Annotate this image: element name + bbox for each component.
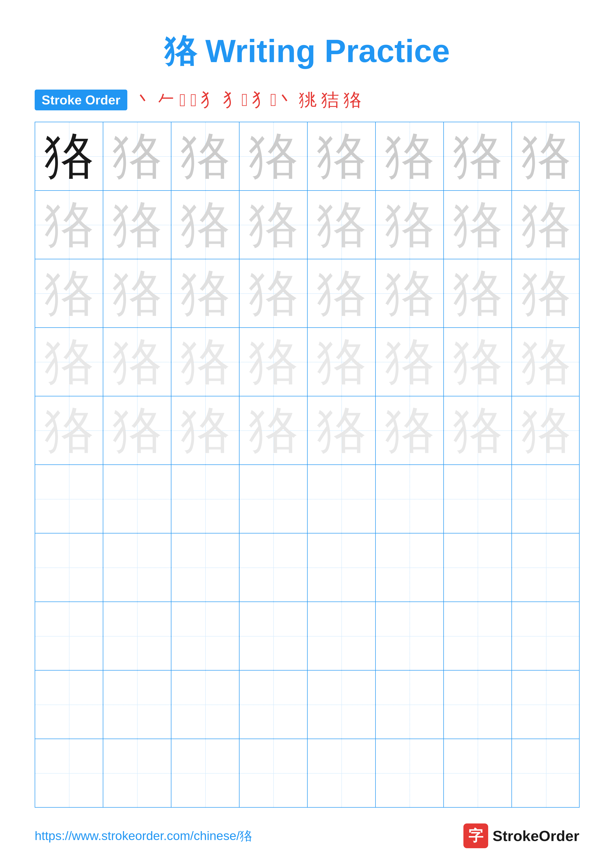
grid-cell-7-4[interactable] [239, 533, 308, 601]
grid-cell-9-4[interactable] [239, 671, 308, 739]
grid-cell-2-8[interactable]: 狢 [512, 191, 580, 259]
stroke-1: 丶 [135, 88, 152, 112]
stroke-order-badge: Stroke Order [35, 90, 127, 110]
grid-cell-2-1[interactable]: 狢 [35, 191, 103, 259]
grid-cell-9-6[interactable] [376, 671, 444, 739]
grid-cell-1-4[interactable]: 狢 [239, 122, 308, 190]
char-guide: 狢 [385, 132, 434, 181]
grid-cell-1-3[interactable]: 狢 [171, 122, 239, 190]
grid-cell-3-1[interactable]: 狢 [35, 259, 103, 327]
grid-cell-2-3[interactable]: 狢 [171, 191, 239, 259]
grid-cell-5-8[interactable]: 狢 [512, 397, 580, 465]
writing-grid: 狢 狢 狢 狢 狢 狢 狢 狢 狢 狢 狢 [35, 122, 580, 808]
grid-cell-4-4[interactable]: 狢 [239, 328, 308, 396]
grid-cell-6-5[interactable] [308, 465, 376, 533]
grid-cell-3-5[interactable]: 狢 [308, 259, 376, 327]
footer-logo-text: StrokeOrder [493, 828, 579, 845]
stroke-4: 𠂋 [190, 90, 197, 110]
grid-cell-6-6[interactable] [376, 465, 444, 533]
grid-cell-8-6[interactable] [376, 602, 444, 670]
grid-cell-1-1[interactable]: 狢 [35, 122, 103, 190]
grid-cell-7-7[interactable] [444, 533, 512, 601]
grid-cell-7-6[interactable] [376, 533, 444, 601]
grid-cell-4-7[interactable]: 狢 [444, 328, 512, 396]
grid-cell-4-1[interactable]: 狢 [35, 328, 103, 396]
grid-cell-5-2[interactable]: 狢 [103, 397, 171, 465]
grid-cell-10-3[interactable] [171, 739, 239, 807]
footer-logo-icon: 字 [463, 823, 488, 848]
page-title: 狢 Writing Practice [0, 0, 614, 88]
grid-cell-8-8[interactable] [512, 602, 580, 670]
grid-cell-2-2[interactable]: 狢 [103, 191, 171, 259]
grid-cell-1-5[interactable]: 狢 [308, 122, 376, 190]
grid-cell-8-1[interactable] [35, 602, 103, 670]
footer: https://www.strokeorder.com/chinese/狢 字 … [0, 823, 614, 848]
grid-cell-5-3[interactable]: 狢 [171, 397, 239, 465]
grid-cell-1-8[interactable]: 狢 [512, 122, 580, 190]
char-guide: 狢 [112, 200, 162, 250]
grid-cell-4-8[interactable]: 狢 [512, 328, 580, 396]
grid-cell-3-2[interactable]: 狢 [103, 259, 171, 327]
grid-cell-4-3[interactable]: 狢 [171, 328, 239, 396]
grid-cell-1-2[interactable]: 狢 [103, 122, 171, 190]
grid-cell-5-7[interactable]: 狢 [444, 397, 512, 465]
grid-cell-2-5[interactable]: 狢 [308, 191, 376, 259]
stroke-7: 犭𠃌丶 [252, 88, 294, 112]
char-guide: 狢 [180, 406, 230, 455]
grid-cell-9-3[interactable] [171, 671, 239, 739]
char-guide: 狢 [112, 337, 162, 387]
grid-cell-10-8[interactable] [512, 739, 580, 807]
grid-cell-8-4[interactable] [239, 602, 308, 670]
grid-cell-7-2[interactable] [103, 533, 171, 601]
grid-cell-2-4[interactable]: 狢 [239, 191, 308, 259]
char-guide: 狢 [44, 337, 94, 387]
grid-cell-5-1[interactable]: 狢 [35, 397, 103, 465]
grid-cell-9-5[interactable] [308, 671, 376, 739]
grid-cell-7-8[interactable] [512, 533, 580, 601]
grid-cell-3-7[interactable]: 狢 [444, 259, 512, 327]
char-guide: 狢 [249, 269, 298, 318]
footer-url[interactable]: https://www.strokeorder.com/chinese/狢 [35, 828, 252, 844]
grid-cell-5-5[interactable]: 狢 [308, 397, 376, 465]
grid-cell-2-6[interactable]: 狢 [376, 191, 444, 259]
grid-cell-9-7[interactable] [444, 671, 512, 739]
grid-cell-6-1[interactable] [35, 465, 103, 533]
grid-cell-10-1[interactable] [35, 739, 103, 807]
grid-cell-1-6[interactable]: 狢 [376, 122, 444, 190]
grid-cell-9-1[interactable] [35, 671, 103, 739]
grid-cell-10-5[interactable] [308, 739, 376, 807]
grid-cell-5-6[interactable]: 狢 [376, 397, 444, 465]
grid-cell-3-8[interactable]: 狢 [512, 259, 580, 327]
grid-cell-4-5[interactable]: 狢 [308, 328, 376, 396]
grid-cell-9-2[interactable] [103, 671, 171, 739]
grid-cell-6-2[interactable] [103, 465, 171, 533]
grid-cell-6-8[interactable] [512, 465, 580, 533]
char-guide: 狢 [385, 406, 434, 455]
char-guide: 狢 [385, 337, 434, 387]
grid-cell-8-7[interactable] [444, 602, 512, 670]
grid-cell-10-6[interactable] [376, 739, 444, 807]
grid-cell-10-2[interactable] [103, 739, 171, 807]
grid-cell-4-6[interactable]: 狢 [376, 328, 444, 396]
grid-cell-7-5[interactable] [308, 533, 376, 601]
grid-cell-3-3[interactable]: 狢 [171, 259, 239, 327]
grid-cell-10-7[interactable] [444, 739, 512, 807]
grid-cell-3-4[interactable]: 狢 [239, 259, 308, 327]
char-dark: 狢 [44, 132, 94, 181]
char-guide: 狢 [317, 337, 366, 387]
grid-cell-8-3[interactable] [171, 602, 239, 670]
grid-cell-7-1[interactable] [35, 533, 103, 601]
grid-cell-4-2[interactable]: 狢 [103, 328, 171, 396]
grid-cell-8-2[interactable] [103, 602, 171, 670]
grid-cell-10-4[interactable] [239, 739, 308, 807]
grid-cell-2-7[interactable]: 狢 [444, 191, 512, 259]
grid-cell-5-4[interactable]: 狢 [239, 397, 308, 465]
grid-cell-3-6[interactable]: 狢 [376, 259, 444, 327]
grid-cell-6-4[interactable] [239, 465, 308, 533]
grid-cell-1-7[interactable]: 狢 [444, 122, 512, 190]
grid-cell-9-8[interactable] [512, 671, 580, 739]
grid-cell-6-7[interactable] [444, 465, 512, 533]
grid-cell-6-3[interactable] [171, 465, 239, 533]
grid-cell-7-3[interactable] [171, 533, 239, 601]
grid-cell-8-5[interactable] [308, 602, 376, 670]
